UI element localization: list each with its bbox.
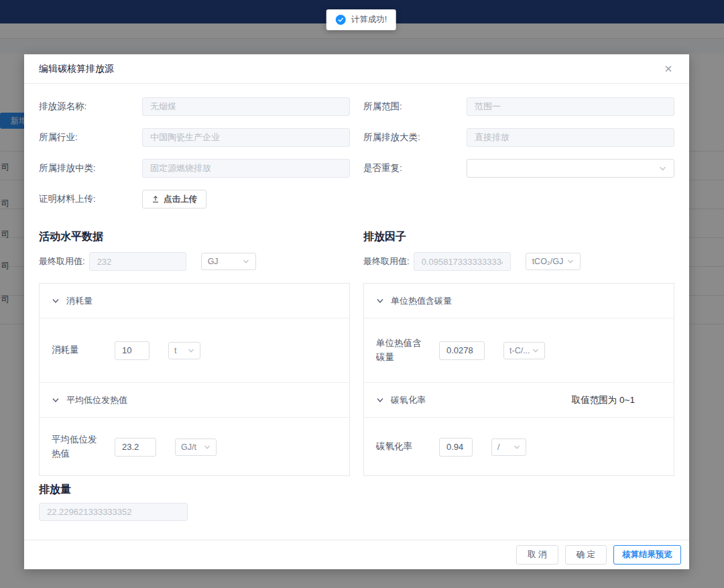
- activity-section-title: 活动水平数据: [39, 230, 350, 243]
- chevron-down-icon: [204, 444, 210, 451]
- field-mid-category: 所属排放中类:: [39, 159, 350, 178]
- emission-section-title: 排放量: [39, 483, 674, 497]
- upload-button[interactable]: 点击上传: [142, 190, 206, 209]
- activity-unit-value: GJ: [208, 257, 219, 266]
- chevron-down-icon: [376, 297, 384, 305]
- consumption-unit-value: t: [174, 346, 176, 355]
- dialog-title: 编辑碳核算排放源: [39, 63, 114, 75]
- confirm-button[interactable]: 确 定: [565, 545, 607, 565]
- oxidation-panel-body: 碳氧化率 /: [364, 418, 674, 476]
- check-circle-icon: [336, 15, 346, 25]
- mid-category-label: 所属排放中类:: [39, 162, 142, 174]
- mid-category-input: [142, 159, 350, 178]
- factor-unit-value: tCO₂/GJ: [532, 257, 564, 266]
- upload-button-label: 点击上传: [164, 194, 197, 205]
- chevron-down-icon: [52, 297, 60, 305]
- edit-emission-source-dialog: 编辑碳核算排放源 ✕ 排放源名称: 所属范围: 所属行业: 所属排放大类: 所: [24, 54, 689, 569]
- source-name-label: 排放源名称:: [39, 101, 142, 113]
- avg-heat-input[interactable]: [115, 438, 156, 457]
- carbon-content-field-label: 单位热值含碳量: [376, 337, 428, 364]
- oxidation-input[interactable]: [439, 438, 473, 457]
- chevron-down-icon: [188, 347, 194, 354]
- factor-final-row: 最终取用值: tCO₂/GJ: [363, 252, 674, 271]
- consumption-field-label: 消耗量: [52, 343, 104, 357]
- chevron-down-icon: [243, 258, 249, 265]
- factor-final-input: [414, 252, 511, 271]
- source-name-input: [142, 97, 350, 116]
- factor-section-title: 排放因子: [363, 230, 674, 243]
- carbon-content-panel-title: 单位热值含碳量: [391, 295, 452, 307]
- consumption-panel-header[interactable]: 消耗量: [40, 284, 349, 318]
- chevron-down-icon: [514, 444, 520, 451]
- oxidation-panel-title: 碳氧化率: [391, 394, 426, 406]
- consumption-panel-body: 消耗量 t: [40, 318, 349, 383]
- activity-final-label: 最终取用值:: [39, 255, 85, 268]
- chevron-down-icon: [376, 396, 384, 404]
- oxidation-unit-select[interactable]: /: [491, 438, 526, 456]
- carbon-content-panel-header[interactable]: 单位热值含碳量: [364, 284, 674, 318]
- industry-label: 所属行业:: [39, 131, 142, 143]
- factor-collapse-box: 单位热值含碳量 单位热值含碳量 t-C/...: [363, 283, 674, 476]
- oxidation-range-note: 取值范围为 0~1: [572, 394, 662, 406]
- factor-unit-select[interactable]: tCO₂/GJ: [526, 253, 581, 270]
- data-sections: 活动水平数据 最终取用值: GJ: [39, 230, 674, 476]
- scope-label: 所属范围:: [363, 101, 467, 113]
- carbon-content-panel-body: 单位热值含碳量 t-C/...: [364, 318, 674, 383]
- carbon-content-input[interactable]: [439, 341, 485, 360]
- field-major-category: 所属排放大类:: [363, 128, 674, 147]
- avg-heat-panel-header[interactable]: 平均低位发热值: [40, 383, 349, 418]
- avg-heat-panel-body: 平均低位发热值 GJ/t: [40, 418, 349, 476]
- form-grid: 排放源名称: 所属范围: 所属行业: 所属排放大类: 所属排放中类: 是否重复:: [39, 97, 674, 221]
- carbon-content-unit-value: t-C/...: [509, 346, 530, 355]
- chevron-down-icon: [659, 165, 666, 172]
- carbon-content-unit-select[interactable]: t-C/...: [503, 342, 545, 359]
- field-scope: 所属范围:: [363, 97, 674, 116]
- industry-input: [142, 128, 350, 147]
- toast-message: 计算成功!: [326, 9, 396, 30]
- activity-unit-select[interactable]: GJ: [201, 253, 256, 270]
- activity-section: 活动水平数据 最终取用值: GJ: [39, 230, 350, 476]
- activity-collapse-box: 消耗量 消耗量 t: [39, 283, 350, 476]
- chevron-down-icon: [567, 258, 574, 265]
- activity-final-row: 最终取用值: GJ: [39, 252, 350, 271]
- avg-heat-field-label: 平均低位发热值: [52, 433, 104, 461]
- oxidation-field-label: 碳氧化率: [376, 440, 428, 453]
- consumption-unit-select[interactable]: t: [168, 342, 200, 359]
- emission-output: [39, 503, 188, 521]
- close-icon[interactable]: ✕: [661, 61, 676, 76]
- duplicate-select[interactable]: [467, 159, 674, 178]
- field-industry: 所属行业:: [39, 128, 350, 147]
- toast-text: 计算成功!: [351, 14, 387, 25]
- dialog-header: 编辑碳核算排放源 ✕: [24, 54, 689, 84]
- activity-final-input: [89, 252, 186, 271]
- field-source-name: 排放源名称:: [39, 97, 350, 116]
- upload-label: 证明材料上传:: [39, 193, 142, 205]
- major-category-label: 所属排放大类:: [363, 131, 467, 143]
- avg-heat-unit-select[interactable]: GJ/t: [175, 438, 217, 456]
- dialog-footer: 取 消 确 定 核算结果预览: [24, 540, 689, 569]
- avg-heat-panel-title: 平均低位发热值: [66, 394, 127, 406]
- scope-input: [467, 97, 674, 116]
- avg-heat-unit-value: GJ/t: [181, 443, 196, 452]
- is-duplicate-label: 是否重复:: [363, 162, 467, 174]
- preview-button[interactable]: 核算结果预览: [613, 545, 681, 565]
- cancel-button[interactable]: 取 消: [516, 545, 558, 565]
- factor-final-label: 最终取用值:: [363, 255, 410, 268]
- consumption-panel-title: 消耗量: [66, 295, 93, 307]
- chevron-down-icon: [52, 396, 60, 404]
- empty-cell: [363, 190, 674, 221]
- oxidation-panel-header[interactable]: 碳氧化率 取值范围为 0~1: [364, 383, 674, 418]
- dialog-body: 排放源名称: 所属范围: 所属行业: 所属排放大类: 所属排放中类: 是否重复:: [24, 84, 689, 540]
- consumption-input[interactable]: [115, 341, 149, 360]
- chevron-down-icon: [532, 347, 539, 354]
- field-upload: 证明材料上传: 点击上传: [39, 190, 350, 209]
- major-category-input: [467, 128, 674, 147]
- oxidation-unit-value: /: [497, 443, 499, 452]
- upload-icon: [152, 195, 160, 203]
- field-is-duplicate: 是否重复:: [363, 159, 674, 178]
- factor-section: 排放因子 最终取用值: tCO₂/GJ: [363, 230, 674, 476]
